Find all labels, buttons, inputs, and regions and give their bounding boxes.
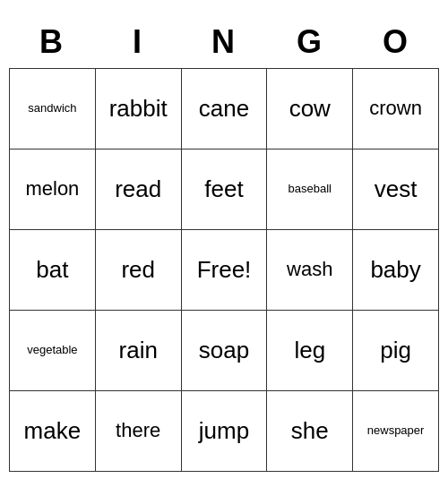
bingo-cell: vegetable (10, 311, 96, 391)
cell-text: read (115, 176, 161, 202)
cell-text: sandwich (28, 101, 76, 115)
bingo-header: BINGO (9, 16, 439, 68)
cell-text: rain (119, 337, 158, 363)
cell-text: soap (199, 337, 249, 363)
cell-text: baseball (289, 182, 332, 196)
cell-text: cow (289, 96, 331, 122)
bingo-cell: rain (96, 311, 182, 391)
bingo-cell: rabbit (96, 69, 182, 150)
cell-text: vegetable (27, 343, 77, 357)
bingo-cell: jump (182, 391, 268, 472)
bingo-cell: feet (182, 150, 268, 230)
cell-text: leg (294, 337, 325, 363)
cell-text: jump (199, 418, 249, 444)
bingo-cell: cane (182, 69, 268, 150)
bingo-cell: vest (353, 150, 439, 230)
cell-text: newspaper (367, 423, 425, 438)
cell-text: vest (375, 176, 418, 202)
bingo-cell: there (96, 391, 182, 472)
bingo-cell: baby (353, 230, 439, 311)
bingo-cell: she (267, 391, 353, 472)
bingo-cell: read (96, 150, 182, 230)
header-letter: O (353, 16, 439, 68)
cell-text: there (116, 420, 160, 441)
cell-text: pig (380, 337, 411, 363)
bingo-cell: Free! (182, 230, 268, 311)
bingo-cell: newspaper (353, 391, 439, 472)
bingo-cell: bat (10, 230, 96, 311)
bingo-card: BINGO sandwichrabbitcanecowcrownmelonrea… (9, 16, 439, 472)
cell-text: make (24, 418, 82, 444)
header-letter: I (95, 16, 181, 68)
header-letter: B (9, 16, 95, 68)
header-letter: G (267, 16, 353, 68)
cell-text: bat (36, 257, 68, 283)
cell-text: red (121, 257, 155, 283)
cell-text: wash (287, 259, 332, 280)
bingo-cell: pig (353, 311, 439, 391)
bingo-cell: red (96, 230, 182, 311)
header-letter: N (181, 16, 267, 68)
cell-text: baby (370, 257, 420, 283)
bingo-grid: sandwichrabbitcanecowcrownmelonreadfeetb… (9, 68, 439, 472)
bingo-cell: crown (353, 69, 439, 150)
cell-text: melon (25, 178, 79, 200)
bingo-cell: make (10, 391, 96, 472)
cell-text: crown (369, 98, 422, 119)
cell-text: cane (199, 96, 249, 122)
bingo-cell: cow (267, 69, 353, 150)
bingo-cell: sandwich (10, 69, 96, 150)
bingo-cell: baseball (267, 150, 353, 230)
cell-text: she (291, 418, 329, 444)
bingo-cell: leg (267, 311, 353, 391)
cell-text: rabbit (109, 96, 168, 122)
cell-text: Free! (197, 257, 252, 283)
bingo-cell: melon (10, 150, 96, 230)
bingo-cell: wash (267, 230, 353, 311)
bingo-cell: soap (182, 311, 268, 391)
cell-text: feet (204, 176, 243, 202)
